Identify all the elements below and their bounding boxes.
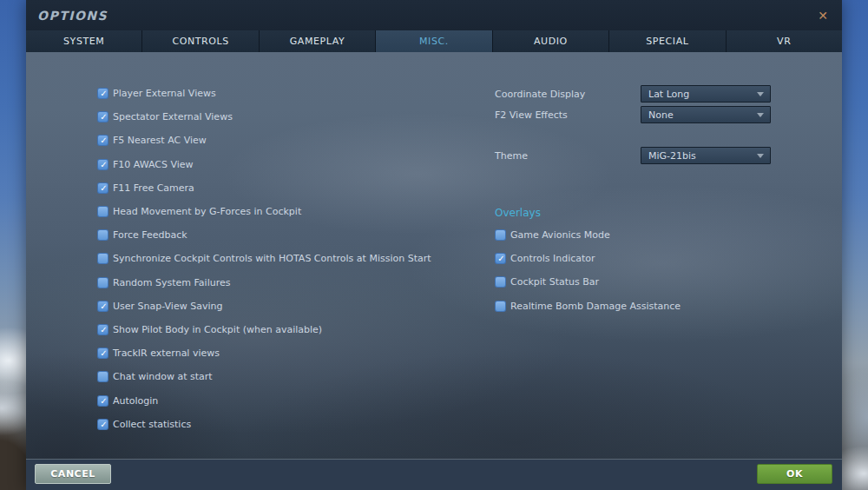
checkbox[interactable]: ✓ (495, 253, 506, 264)
checkbox[interactable]: ✓ (495, 276, 506, 288)
tab-special[interactable]: SPECIAL (609, 30, 725, 52)
close-icon[interactable]: ✕ (814, 7, 832, 24)
option-label: Spectator External Views (113, 111, 233, 122)
option-label: F5 Nearest AC View (113, 135, 207, 146)
check-icon: ✓ (98, 182, 109, 194)
option-label: Autologin (113, 395, 158, 407)
tab-label: VR (777, 36, 791, 47)
option-row: ✓ Collect statistics (97, 413, 431, 436)
options-window: OPTIONS ✕ SYSTEM CONTROLS GAMEPLAY MISC.… (26, 0, 842, 490)
tab-label: CONTROLS (172, 36, 229, 47)
tab-label: GAMEPLAY (290, 36, 345, 47)
option-label: Chat window at start (113, 371, 213, 382)
setting-label: Theme (495, 150, 528, 162)
tab-misc[interactable]: MISC. (376, 30, 491, 52)
option-label: User Snap-View Saving (113, 301, 222, 312)
checkbox[interactable]: ✓ (97, 206, 108, 217)
checkbox[interactable]: ✓ (97, 253, 108, 264)
chevron-down-icon (757, 154, 764, 158)
checkbox[interactable]: ✓ (97, 111, 108, 122)
option-label: TrackIR external views (113, 348, 220, 359)
dropdown-value: None (648, 109, 674, 121)
cancel-button[interactable]: CANCEL (35, 464, 111, 484)
option-label: Game Avionics Mode (510, 229, 610, 241)
tab-label: SYSTEM (63, 36, 104, 47)
option-row: ✓ Spectator External Views (97, 105, 431, 129)
checkbox[interactable]: ✓ (495, 229, 506, 241)
checkbox[interactable]: ✓ (97, 135, 108, 146)
option-row: ✓ F11 Free Camera (97, 176, 431, 200)
option-label: Random System Failures (113, 277, 230, 288)
checkbox[interactable]: ✓ (97, 277, 108, 288)
check-icon: ✓ (98, 301, 109, 312)
tab-vr[interactable]: VR (727, 30, 842, 52)
option-row: ✓ Game Avionics Mode (495, 223, 681, 247)
overlays-heading: Overlays (495, 207, 541, 219)
option-label: Collect statistics (113, 419, 191, 430)
check-icon: ✓ (98, 159, 109, 170)
check-icon: ✓ (98, 419, 109, 430)
checkbox[interactable]: ✓ (97, 419, 108, 430)
option-row: ✓ Player External Views (97, 82, 431, 105)
option-row: ✓ Chat window at start (97, 365, 431, 388)
tab-label: AUDIO (534, 36, 568, 47)
checkbox[interactable]: ✓ (97, 88, 108, 99)
option-row: ✓ F10 AWACS View (97, 153, 431, 176)
misc-options-panel: ✓ Player External Views ✓ Spectator Exte… (26, 52, 842, 459)
check-icon: ✓ (98, 324, 109, 335)
option-row: ✓ Controls Indicator (495, 247, 681, 270)
dropdown-value: Lat Long (648, 89, 689, 100)
setting-row-theme: Theme (495, 147, 528, 164)
option-row: ✓ Cockpit Status Bar (495, 270, 681, 294)
option-row: ✓ Autologin (97, 388, 431, 412)
tab-system[interactable]: SYSTEM (26, 30, 141, 52)
setting-label: F2 View Effects (495, 109, 568, 121)
checkbox[interactable]: ✓ (97, 229, 108, 241)
option-label: Head Movement by G-Forces in Cockpit (113, 206, 301, 217)
checkbox[interactable]: ✓ (97, 371, 108, 382)
checkbox[interactable]: ✓ (97, 395, 108, 407)
dropdown-value: MiG-21bis (648, 150, 696, 162)
tab-audio[interactable]: AUDIO (493, 30, 608, 52)
setting-row-f2-view-effects: F2 View Effects (495, 106, 568, 123)
checkbox[interactable]: ✓ (97, 301, 108, 312)
option-label: Show Pilot Body in Cockpit (when availab… (113, 324, 322, 335)
option-label: Realtime Bomb Damage Assistance (510, 301, 681, 312)
option-row: ✓ Synchronize Cockpit Controls with HOTA… (97, 247, 431, 270)
tab-controls[interactable]: CONTROLS (142, 30, 258, 52)
overlays-list: ✓ Game Avionics Mode ✓ Controls Indicato… (495, 223, 681, 318)
title-bar: OPTIONS ✕ (26, 0, 842, 30)
tab-label: SPECIAL (646, 36, 688, 47)
setting-label: Coordinate Display (495, 89, 585, 100)
check-icon: ✓ (98, 88, 109, 99)
footer-bar: CANCEL OK (26, 459, 842, 490)
option-label: Controls Indicator (510, 253, 595, 264)
theme-dropdown[interactable]: MiG-21bis (641, 147, 771, 164)
option-label: Synchronize Cockpit Controls with HOTAS … (113, 253, 431, 264)
option-row: ✓ Head Movement by G-Forces in Cockpit (97, 200, 431, 223)
option-row: ✓ Random System Failures (97, 271, 431, 295)
option-row: ✓ User Snap-View Saving (97, 295, 431, 318)
page-title: OPTIONS (37, 9, 108, 23)
chevron-down-icon (757, 113, 764, 117)
f2-view-effects-dropdown[interactable]: None (641, 106, 771, 123)
checkbox[interactable]: ✓ (97, 324, 108, 335)
option-label: Force Feedback (113, 229, 187, 241)
tab-label: MISC. (419, 36, 449, 47)
checkbox[interactable]: ✓ (97, 348, 108, 359)
option-row: ✓ Realtime Bomb Damage Assistance (495, 295, 681, 318)
check-icon: ✓ (98, 135, 109, 146)
setting-row-coordinate-display: Coordinate Display (495, 85, 585, 103)
coordinate-display-dropdown[interactable]: Lat Long (641, 85, 771, 103)
option-row: ✓ Force Feedback (97, 223, 431, 247)
option-label: F11 Free Camera (113, 182, 194, 194)
checkbox[interactable]: ✓ (495, 301, 506, 312)
ok-button[interactable]: OK (757, 464, 832, 484)
check-icon: ✓ (496, 253, 507, 264)
check-icon: ✓ (98, 395, 109, 407)
tab-gameplay[interactable]: GAMEPLAY (260, 30, 375, 52)
checkbox[interactable]: ✓ (97, 182, 108, 194)
option-label: Player External Views (113, 88, 216, 99)
options-tab-bar: SYSTEM CONTROLS GAMEPLAY MISC. AUDIO SPE… (26, 30, 842, 52)
checkbox[interactable]: ✓ (97, 159, 108, 170)
